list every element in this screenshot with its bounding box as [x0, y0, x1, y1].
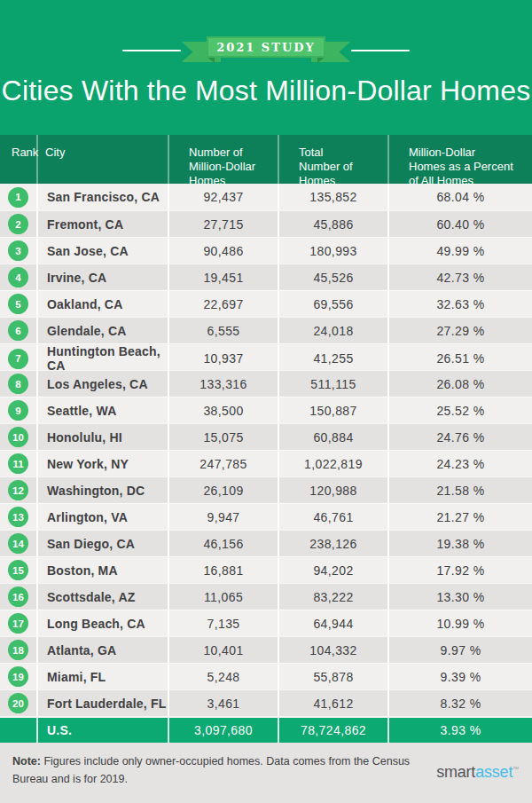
pct-cell: 42.73 %: [387, 264, 532, 290]
mdh-cell: 38,500: [168, 398, 278, 423]
footnote: Note: Figures include only owner-occupie…: [12, 752, 431, 788]
table-row: 15 Boston, MA 16,881 94,202 17.92 %: [0, 556, 532, 583]
mdh-cell: 26,109: [168, 477, 278, 503]
pct-cell: 17.92 %: [387, 557, 532, 583]
ribbon-line-left: [122, 50, 181, 51]
city-cell: Fremont, CA: [36, 211, 168, 237]
summary-row: U.S. 3,097,680 78,724,862 3.93 %: [0, 716, 532, 743]
rank-badge: 4: [8, 267, 28, 287]
table-row: 1 San Francisco, CA 92,437 135,852 68.04…: [0, 184, 532, 210]
pct-cell: 19.38 %: [387, 531, 532, 556]
pct-cell: 13.30 %: [387, 584, 532, 610]
table-row: 11 New York, NY 247,785 1,022,819 24.23 …: [0, 450, 532, 476]
mdh-cell: 7,135: [168, 610, 278, 636]
total-cell: 238,126: [278, 531, 387, 556]
pct-cell: 9.97 %: [387, 637, 532, 663]
rank-badge: 10: [8, 427, 28, 447]
mdh-cell: 92,437: [168, 184, 278, 210]
table-row: 20 Fort Lauderdale, FL 3,461 41,612 8.32…: [0, 689, 532, 716]
pct-cell: 21.58 %: [387, 477, 532, 503]
total-cell: 41,255: [278, 344, 387, 373]
total-cell: 64,944: [278, 610, 387, 636]
rank-cell: 6: [0, 318, 36, 343]
mdh-cell: 10,401: [168, 637, 278, 663]
rank-cell: 20: [0, 690, 36, 716]
city-cell: Seattle, WA: [36, 398, 168, 423]
column-header-total-homes: Total Number of Homes: [278, 135, 387, 188]
mdh-cell: 3,461: [168, 690, 278, 716]
city-cell: Honolulu, HI: [36, 424, 168, 450]
total-cell: 1,022,819: [278, 451, 387, 476]
pct-cell: 24.76 %: [387, 424, 532, 450]
city-cell: Oakland, CA: [36, 291, 168, 317]
table-row: 4 Irvine, CA 19,451 45,526 42.73 %: [0, 264, 532, 290]
study-banner-label: 2021 STUDY: [207, 36, 325, 58]
rank-cell: 8: [0, 371, 36, 397]
rank-badge: 3: [8, 240, 28, 261]
total-cell: 120,988: [278, 477, 387, 503]
summary-mdh-value: 3,097,680: [168, 718, 278, 743]
pct-cell: 68.04 %: [387, 184, 532, 210]
table-row: 18 Atlanta, GA 10,401 104,332 9.97 %: [0, 636, 532, 663]
mdh-cell: 9,947: [168, 504, 278, 530]
pct-cell: 21.27 %: [387, 504, 532, 530]
rank-badge: 8: [8, 374, 28, 394]
column-header-city: City: [36, 135, 168, 188]
total-cell: 180,993: [278, 238, 387, 264]
pct-cell: 26.08 %: [387, 371, 532, 397]
table-row: 5 Oakland, CA 22,697 69,556 32.63 %: [0, 290, 532, 317]
table-row: 8 Los Angeles, CA 133,316 511,115 26.08 …: [0, 370, 532, 397]
rank-cell: 9: [0, 398, 36, 423]
column-header-percent: Million-Dollar Homes as a Percent of All…: [387, 135, 532, 188]
rank-cell: 10: [0, 424, 36, 450]
page-title: Cities With the Most Million-Dollar Home…: [0, 75, 532, 106]
rank-cell: 16: [0, 584, 36, 610]
rank-cell: 18: [0, 637, 36, 663]
pct-cell: 10.99 %: [387, 610, 532, 636]
rank-cell: 19: [0, 664, 36, 689]
pct-cell: 9.39 %: [387, 664, 532, 689]
city-cell: Arlington, VA: [36, 504, 168, 530]
city-cell: Los Angeles, CA: [36, 371, 168, 397]
rank-cell: 11: [0, 451, 36, 476]
rank-badge: 14: [8, 533, 28, 554]
city-cell: Fort Lauderdale, FL: [36, 690, 168, 716]
mdh-cell: 10,937: [168, 344, 278, 373]
mdh-cell: 46,156: [168, 531, 278, 556]
total-cell: 94,202: [278, 557, 387, 583]
pct-cell: 60.40 %: [387, 211, 532, 237]
total-cell: 45,526: [278, 264, 387, 290]
logo-part-smart: smart: [436, 763, 475, 781]
table-row: 3 San Jose, CA 90,486 180,993 49.99 %: [0, 237, 532, 264]
table-row: 10 Honolulu, HI 15,075 60,884 24.76 %: [0, 423, 532, 450]
total-cell: 150,887: [278, 398, 387, 423]
total-cell: 69,556: [278, 291, 387, 317]
rank-badge: 11: [8, 453, 28, 474]
rank-cell: 1: [0, 184, 36, 210]
rank-cell: 14: [0, 531, 36, 556]
ribbon-line-right: [351, 50, 410, 51]
summary-label: U.S.: [36, 718, 168, 743]
rank-badge: 20: [8, 693, 28, 713]
total-cell: 24,018: [278, 318, 387, 343]
smartasset-logo: smartasset™: [436, 763, 519, 782]
rank-badge: 7: [8, 349, 28, 369]
total-cell: 511,115: [278, 371, 387, 397]
rank-badge: 19: [8, 666, 28, 687]
summary-rank-spacer: [0, 718, 36, 743]
header-section: 2021 STUDY Cities With the Most Million-…: [0, 0, 532, 135]
summary-pct-value: 3.93 %: [387, 718, 532, 743]
trademark-icon: ™: [512, 766, 519, 772]
total-cell: 60,884: [278, 424, 387, 450]
table-row: 17 Long Beach, CA 7,135 64,944 10.99 %: [0, 610, 532, 636]
mdh-cell: 11,065: [168, 584, 278, 610]
city-cell: San Francisco, CA: [36, 184, 168, 210]
column-header-million-dollar-homes: Number of Million-Dollar Homes: [168, 135, 278, 188]
city-cell: Long Beach, CA: [36, 610, 168, 636]
total-cell: 135,852: [278, 184, 387, 210]
mdh-cell: 247,785: [168, 451, 278, 476]
mdh-cell: 6,555: [168, 318, 278, 343]
mdh-cell: 133,316: [168, 371, 278, 397]
pct-cell: 49.99 %: [387, 238, 532, 264]
table-body: 1 San Francisco, CA 92,437 135,852 68.04…: [0, 184, 532, 716]
